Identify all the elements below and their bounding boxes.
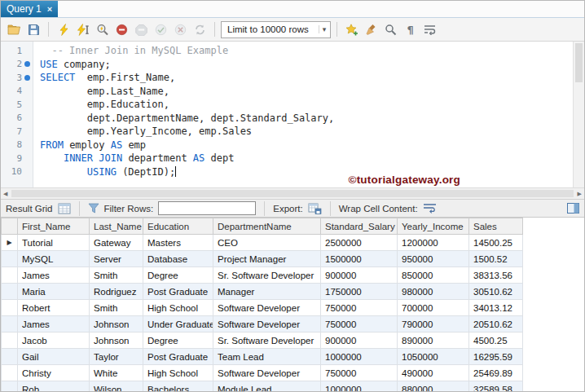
scroll-right-arrow-icon[interactable]: ▶ <box>575 191 584 197</box>
grid-cell[interactable]: 890000 <box>398 333 469 349</box>
grid-cell[interactable]: Post Graduate <box>143 349 213 365</box>
grid-cell[interactable]: Software Developer <box>213 316 321 333</box>
invisible-chars-icon[interactable]: ¶ <box>402 21 419 38</box>
grid-cell[interactable]: 1750000 <box>321 284 398 300</box>
grid-cell[interactable]: 750000 <box>321 316 398 333</box>
grid-cell[interactable]: Tutorial <box>18 235 90 251</box>
grid-cell[interactable]: Software Developer <box>213 365 321 381</box>
beautify-icon[interactable] <box>363 21 380 38</box>
editor-horizontal-scrollbar[interactable]: ◀ ▶ <box>1 187 584 200</box>
grid-cell[interactable]: CEO <box>213 235 321 251</box>
grid-cell[interactable]: 880000 <box>398 381 469 392</box>
code-line[interactable]: dept.DepartmentName, dept.Standard_Salar… <box>40 112 584 126</box>
row-selector[interactable] <box>2 365 18 381</box>
row-selector[interactable] <box>2 381 18 392</box>
grid-cell[interactable]: James <box>18 267 90 284</box>
commit-icon[interactable] <box>152 21 169 38</box>
grid-cell[interactable]: 32589.58 <box>469 381 523 392</box>
code-line[interactable]: INNER JOIN department AS dept <box>40 152 584 165</box>
grid-cell[interactable]: 850000 <box>398 267 469 284</box>
scrollbar-thumb[interactable] <box>11 190 574 197</box>
grid-cell[interactable]: 16295.59 <box>469 349 523 365</box>
code-line[interactable]: USE company; <box>40 58 584 72</box>
autocommit-icon[interactable] <box>191 21 209 38</box>
stop-on-error-icon[interactable] <box>133 21 150 38</box>
grid-cell[interactable]: Project Manager <box>213 251 321 267</box>
chevron-down-icon[interactable]: ▾ <box>319 25 327 33</box>
close-tab-icon[interactable]: × <box>47 5 52 14</box>
scroll-left-arrow-icon[interactable]: ◀ <box>1 191 10 197</box>
code-line[interactable]: USING (DeptID); <box>40 165 584 179</box>
table-row[interactable]: GailTaylorPost GraduateTeam Lead10000001… <box>2 349 523 365</box>
grid-cell[interactable]: 30510.62 <box>469 284 523 300</box>
grid-cell[interactable]: Software Developer <box>213 300 321 316</box>
code-line[interactable]: SELECT emp.First_Name, <box>40 71 584 85</box>
row-selector[interactable] <box>2 284 18 300</box>
wrap-text-icon[interactable] <box>421 21 438 38</box>
grid-cell[interactable]: Bachelors <box>143 381 213 392</box>
grid-cell[interactable]: Degree <box>143 333 213 349</box>
editor-vertical-scrollbar[interactable] <box>573 42 584 187</box>
grid-cell[interactable]: Rodriguez <box>90 284 143 300</box>
stop-icon[interactable] <box>113 21 130 38</box>
row-selector[interactable] <box>2 251 18 267</box>
code-line[interactable]: emp.Last_Name, <box>40 85 584 99</box>
table-row[interactable]: RobertSmithHigh SchoolSoftware Developer… <box>2 300 523 316</box>
column-header-last_name[interactable]: Last_Name <box>90 218 143 235</box>
filter-rows-input[interactable] <box>158 201 256 215</box>
table-row[interactable]: JamesSmithDegreeSr. Software Developer90… <box>2 267 523 284</box>
limit-rows-dropdown[interactable]: Limit to 10000 rows▾ <box>221 21 331 38</box>
active-row-marker[interactable]: ▶ <box>2 235 18 251</box>
row-selector[interactable] <box>2 333 18 349</box>
grid-cell[interactable]: 20510.62 <box>469 316 523 333</box>
grid-cell[interactable]: 900000 <box>321 267 398 284</box>
table-row[interactable]: MySQLServerDatabaseProject Manager150000… <box>2 251 523 267</box>
grid-cell[interactable]: 700000 <box>398 300 469 316</box>
grid-cell[interactable]: 490000 <box>398 365 469 381</box>
grid-cell[interactable]: 1000000 <box>321 381 398 392</box>
grid-cell[interactable]: 1050000 <box>398 349 469 365</box>
grid-cell[interactable]: Server <box>90 251 143 267</box>
execute-current-icon[interactable] <box>74 21 91 38</box>
table-row[interactable]: MariaRodriguezPost GraduateManager175000… <box>2 284 523 300</box>
grid-cell[interactable]: 1000000 <box>321 349 398 365</box>
grid-cell[interactable]: Database <box>143 251 213 267</box>
table-row[interactable]: RobWilsonBachelorsModule Lead10000008800… <box>2 381 523 392</box>
column-header-first_name[interactable]: First_Name <box>18 218 90 235</box>
grid-cell[interactable]: Manager <box>213 284 321 300</box>
grid-cell[interactable]: 25469.89 <box>469 365 523 381</box>
table-row[interactable]: JacobJohnsonDegreeSr. Software Developer… <box>2 333 523 349</box>
column-header-education[interactable]: Education <box>143 218 213 235</box>
grid-cell[interactable]: 900000 <box>321 333 398 349</box>
grid-cell[interactable]: Taylor <box>90 349 143 365</box>
row-selector-header[interactable] <box>2 218 18 235</box>
execute-icon[interactable] <box>55 21 72 38</box>
grid-cell[interactable]: Degree <box>143 267 213 284</box>
grid-cell[interactable]: Gateway <box>90 235 143 251</box>
explain-icon[interactable] <box>94 21 111 38</box>
row-selector[interactable] <box>2 267 18 284</box>
grid-cell[interactable]: Gail <box>18 349 90 365</box>
sql-editor[interactable]: 12345678910 -- Inner Join in MySQL Examp… <box>1 42 584 187</box>
grid-cell[interactable]: MySQL <box>18 251 90 267</box>
code-line[interactable]: emp.Yearly_Income, emp.Sales <box>40 125 584 139</box>
table-row[interactable]: ChristyWhiteHigh SchoolSoftware Develope… <box>2 365 523 381</box>
grid-cell[interactable]: Johnson <box>90 333 143 349</box>
grid-cell[interactable]: James <box>18 316 90 333</box>
find-icon[interactable] <box>382 21 399 38</box>
grid-cell[interactable]: Smith <box>90 267 143 284</box>
grid-cell[interactable]: 14500.25 <box>469 235 523 251</box>
save-script-icon[interactable] <box>25 21 42 38</box>
code-line[interactable]: FROM employ AS emp <box>40 139 584 152</box>
grid-cell[interactable]: 38313.56 <box>469 267 523 284</box>
grid-cell[interactable]: 4500.25 <box>469 333 523 349</box>
column-header-standard_salary[interactable]: Standard_Salary <box>321 218 398 235</box>
column-header-departmentname[interactable]: DepartmentName <box>213 218 321 235</box>
grid-cell[interactable]: Post Graduate <box>143 284 213 300</box>
grid-cell[interactable]: Masters <box>143 235 213 251</box>
wrap-cell-content-icon[interactable] <box>423 203 437 214</box>
grid-cell[interactable]: 1500000 <box>321 251 398 267</box>
grid-cell[interactable]: 980000 <box>398 284 469 300</box>
grid-cell[interactable]: Jacob <box>18 333 90 349</box>
rollback-icon[interactable] <box>172 21 189 38</box>
